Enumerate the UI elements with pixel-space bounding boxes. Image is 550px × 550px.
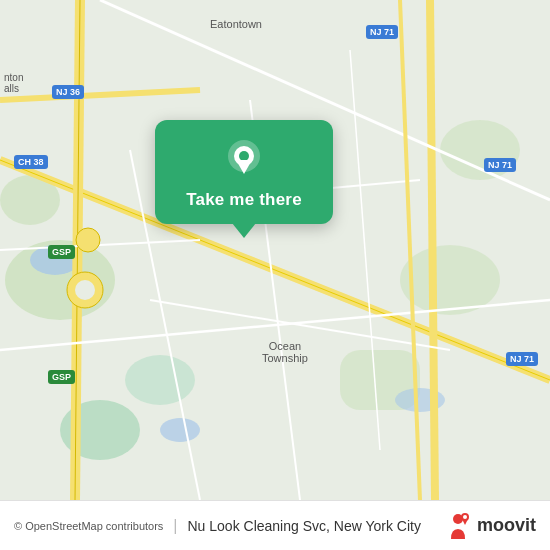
badge-gsp-bottom: GSP [48, 370, 75, 384]
svg-point-5 [125, 355, 195, 405]
svg-point-31 [239, 151, 249, 161]
svg-point-9 [160, 418, 200, 442]
label-falls: ntonalls [4, 72, 23, 94]
svg-line-15 [430, 0, 435, 500]
moovit-text: moovit [477, 515, 536, 536]
popup-card[interactable]: Take me there [155, 120, 333, 224]
badge-nj36: NJ 36 [52, 85, 84, 99]
moovit-logo: moovit [443, 511, 536, 541]
svg-point-27 [75, 280, 95, 300]
badge-gsp-top: GSP [48, 245, 75, 259]
info-bar: © OpenStreetMap contributors | Nu Look C… [0, 500, 550, 550]
badge-nj71-right: NJ 71 [484, 158, 516, 172]
svg-marker-36 [462, 519, 468, 525]
copyright-text: © OpenStreetMap contributors [14, 520, 163, 532]
badge-nj71-top: NJ 71 [366, 25, 398, 39]
svg-point-35 [463, 515, 467, 519]
moovit-icon [443, 511, 473, 541]
take-me-there-label[interactable]: Take me there [186, 190, 302, 210]
badge-nj71-bottom: NJ 71 [506, 352, 538, 366]
pin-icon [222, 138, 266, 182]
map-svg [0, 0, 550, 500]
svg-point-28 [76, 228, 100, 252]
label-ocean-township: OceanTownship [262, 340, 308, 364]
badge-ch38: CH 38 [14, 155, 48, 169]
map-container: Eatontown ntonalls OceanTownship NJ 71 N… [0, 0, 550, 550]
svg-point-3 [400, 245, 500, 315]
separator: | [173, 517, 177, 535]
info-text: © OpenStreetMap contributors | Nu Look C… [14, 517, 421, 535]
label-eatontown: Eatontown [210, 18, 262, 30]
location-name: Nu Look Cleaning Svc, New York City [188, 518, 421, 534]
